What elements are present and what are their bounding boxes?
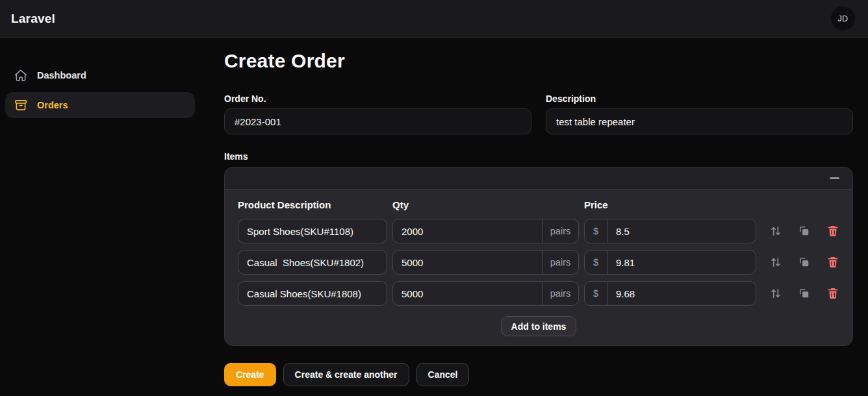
product-input[interactable] <box>238 281 387 306</box>
items-label: Items <box>224 151 853 162</box>
price-input[interactable] <box>607 282 756 305</box>
qty-suffix: pairs <box>542 282 578 305</box>
repeater-footer: Add to items <box>238 316 839 336</box>
price-input[interactable] <box>607 219 756 243</box>
row-actions <box>761 225 839 238</box>
price-input-group: $ <box>584 250 756 275</box>
qty-input-group: pairs <box>392 219 579 243</box>
order-no-label: Order No. <box>224 93 531 104</box>
create-another-button[interactable]: Create & create another <box>283 363 409 386</box>
row-actions <box>761 256 839 269</box>
order-no-field: Order No. <box>224 93 531 134</box>
price-input-group: $ <box>584 281 756 306</box>
price-input-group: $ <box>584 219 756 243</box>
price-prefix: $ <box>585 282 607 305</box>
qty-input[interactable] <box>393 251 542 274</box>
trash-icon[interactable] <box>826 225 839 238</box>
items-repeater-panel: Product Description Qty Price pairs <box>224 167 853 346</box>
table-row: pairs $ <box>238 219 839 243</box>
clone-icon[interactable] <box>798 256 811 269</box>
trash-icon[interactable] <box>826 287 839 300</box>
page-title: Create Order <box>224 49 853 73</box>
order-no-input[interactable] <box>224 108 531 134</box>
brand-logo[interactable]: Laravel <box>11 12 55 26</box>
price-prefix: $ <box>585 251 607 274</box>
add-to-items-button[interactable]: Add to items <box>501 316 577 336</box>
qty-input-group: pairs <box>392 250 579 275</box>
column-header-product: Product Description <box>238 199 387 210</box>
home-icon <box>14 68 28 82</box>
repeater-header <box>225 167 852 190</box>
cancel-button[interactable]: Cancel <box>416 363 470 386</box>
clone-icon[interactable] <box>798 225 811 238</box>
price-input[interactable] <box>607 251 756 274</box>
product-input[interactable] <box>238 250 387 275</box>
reorder-icon[interactable] <box>769 256 782 269</box>
column-header-price: Price <box>584 199 756 210</box>
sidebar-item-label: Dashboard <box>37 70 86 80</box>
column-header-qty: Qty <box>392 199 579 210</box>
create-button[interactable]: Create <box>224 363 276 386</box>
collapse-button[interactable] <box>826 173 843 183</box>
table-header-row: Product Description Qty Price <box>238 199 839 210</box>
description-input[interactable] <box>546 108 853 134</box>
sidebar-item-label: Orders <box>37 100 68 110</box>
main-content: Create Order Order No. Description Items <box>200 38 868 396</box>
qty-input[interactable] <box>393 282 542 305</box>
topbar: Laravel JD <box>0 0 868 38</box>
minus-icon <box>830 177 839 179</box>
reorder-icon[interactable] <box>769 225 782 238</box>
price-prefix: $ <box>585 219 607 243</box>
sidebar-item-orders[interactable]: Orders <box>5 92 195 118</box>
table-row: pairs $ <box>238 250 839 275</box>
product-input[interactable] <box>238 219 387 243</box>
sidebar-item-dashboard[interactable]: Dashboard <box>5 62 195 88</box>
trash-icon[interactable] <box>826 256 839 269</box>
qty-suffix: pairs <box>542 251 578 274</box>
reorder-icon[interactable] <box>769 287 782 300</box>
qty-input[interactable] <box>393 219 542 243</box>
order-form: Order No. Description <box>224 93 853 134</box>
archive-box-icon <box>14 98 28 112</box>
row-actions <box>761 287 839 300</box>
avatar-initials: JD <box>838 14 849 23</box>
repeater-body: Product Description Qty Price pairs <box>225 190 852 345</box>
sidebar: Dashboard Orders <box>0 38 200 396</box>
avatar[interactable]: JD <box>831 6 855 31</box>
qty-input-group: pairs <box>392 281 579 306</box>
table-row: pairs $ <box>238 281 839 306</box>
form-actions: Create Create & create another Cancel <box>224 363 853 386</box>
qty-suffix: pairs <box>542 219 578 243</box>
description-field: Description <box>546 93 853 134</box>
description-label: Description <box>546 93 853 104</box>
items-section: Items Product Description Qty Price <box>224 151 853 346</box>
clone-icon[interactable] <box>798 287 811 300</box>
